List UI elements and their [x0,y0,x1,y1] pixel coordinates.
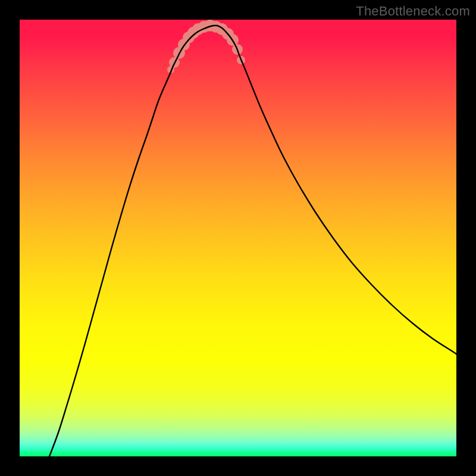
watermark-text: TheBottleneck.com [356,4,470,19]
chart-frame: TheBottleneck.com [0,0,476,476]
curve-layer [20,20,456,456]
plot-area [20,20,456,456]
right-curve [217,26,456,354]
left-curve [49,26,217,456]
